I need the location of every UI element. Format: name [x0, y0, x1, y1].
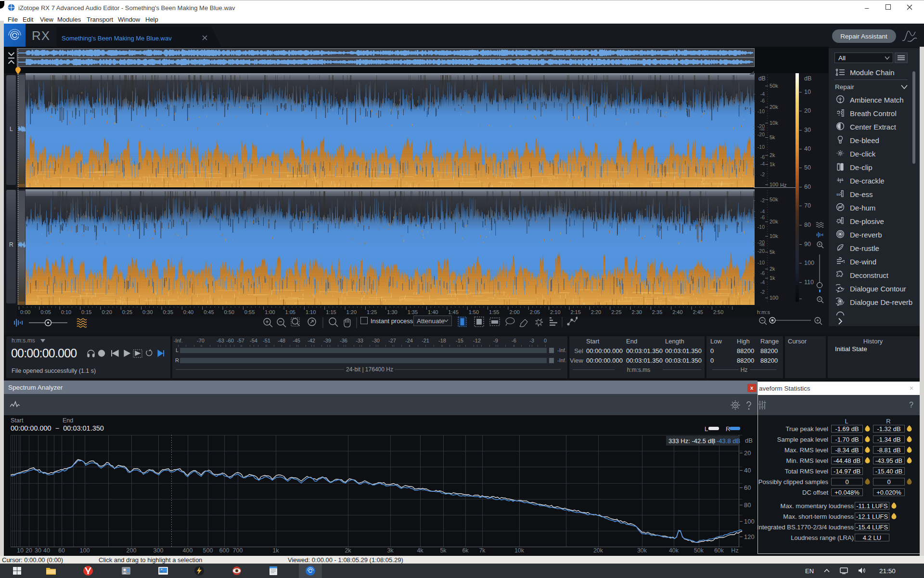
svg-text:-39: -39 [323, 338, 331, 343]
svg-text:-Inf.: -Inf. [557, 357, 566, 363]
svg-text:-15: -15 [456, 338, 463, 343]
svg-text:ss: ss [836, 192, 840, 197]
svg-text:-Inf.: -Inf. [174, 338, 183, 343]
svg-text:-51: -51 [263, 338, 270, 343]
svg-text:-54: -54 [250, 338, 257, 343]
svg-text:-63: -63 [217, 338, 224, 343]
svg-text:-18: -18 [438, 338, 446, 343]
svg-text:24-bit | 176400 Hz: 24-bit | 176400 Hz [346, 366, 393, 373]
svg-text:-57: -57 [237, 338, 244, 343]
svg-text:-45: -45 [293, 338, 300, 343]
svg-text:-3: -3 [529, 338, 534, 343]
svg-text:-27: -27 [388, 338, 396, 343]
svg-text:-6: -6 [512, 338, 516, 343]
svg-text:-12: -12 [473, 338, 481, 343]
svg-text:-30: -30 [372, 338, 380, 343]
svg-text:-36: -36 [340, 338, 347, 343]
svg-text:-70: -70 [197, 338, 205, 343]
svg-text:-60: -60 [226, 338, 234, 343]
svg-text:L: L [176, 347, 179, 353]
svg-text:-9: -9 [493, 338, 498, 343]
svg-text:-48: -48 [278, 338, 285, 343]
svg-text:0: 0 [544, 338, 547, 343]
svg-text:-21: -21 [422, 338, 429, 343]
svg-text:-33: -33 [356, 338, 363, 343]
svg-text:-24: -24 [405, 338, 413, 343]
svg-text:R: R [175, 357, 179, 363]
svg-text:-Inf.: -Inf. [557, 347, 566, 353]
svg-text:-42: -42 [308, 338, 315, 343]
